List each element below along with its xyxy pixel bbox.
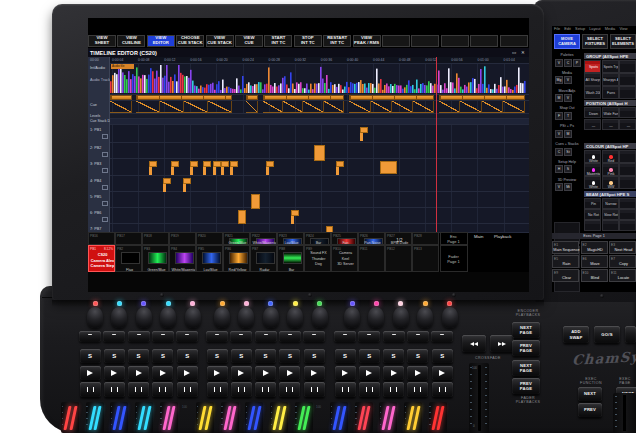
pause-key[interactable] [128, 382, 149, 397]
encoder-knob[interactable] [417, 307, 433, 328]
play-key[interactable] [407, 366, 428, 380]
fader-slot[interactable] [429, 402, 447, 433]
playback-cell[interactable]: PB5Lav/Blue [196, 245, 223, 272]
fader-slot[interactable] [379, 402, 397, 433]
encoder-knob[interactable] [111, 307, 127, 328]
grand-master-fader[interactable] [613, 393, 636, 433]
exec-button[interactable]: E1Main Sequence [552, 241, 579, 254]
encoder-knob[interactable] [287, 307, 303, 328]
side-group-key[interactable]: S [564, 165, 572, 173]
encoder-knob[interactable] [442, 307, 458, 328]
encoder-knob[interactable] [185, 307, 201, 328]
fader-slot[interactable] [404, 402, 422, 433]
s-key[interactable]: S [80, 349, 101, 363]
encoder-soft-key[interactable] [176, 331, 198, 342]
fader-slot[interactable] [86, 402, 104, 433]
toolbar-button[interactable]: RESTART INT TC [323, 35, 351, 47]
palette-cell[interactable]: Spots [584, 60, 601, 73]
timeline-marker[interactable] [230, 161, 238, 175]
play-key[interactable] [359, 366, 380, 380]
palette-cell[interactable] [619, 198, 636, 209]
s-key[interactable]: S [407, 349, 428, 363]
playback-cell[interactable]: PB12 [385, 245, 412, 272]
encoder-soft-key[interactable] [303, 331, 325, 342]
side-group-key[interactable]: V [555, 59, 563, 67]
pause-key[interactable] [359, 382, 380, 397]
exec-button[interactable]: E10Blind [581, 269, 608, 282]
playback-cell[interactable]: PB16 [88, 232, 115, 245]
side-group-key[interactable]: M [555, 94, 563, 102]
side-group-key[interactable]: T [564, 112, 572, 120]
toolbar-button[interactable] [382, 35, 410, 47]
exec-button[interactable]: E2MagicHD [581, 241, 608, 254]
encoder-soft-key[interactable] [128, 331, 150, 342]
palette-cell[interactable] [619, 163, 636, 176]
encoder-knob[interactable] [263, 307, 279, 328]
exec-function-next-button[interactable]: NEXT [578, 387, 602, 401]
palette-cell[interactable] [602, 220, 619, 231]
playback-cell[interactable]: PB18.12%CS20Camera AlexCamera Step [88, 245, 115, 272]
toolbar-button[interactable]: VIEW SHEET [88, 35, 116, 47]
encoder-soft-key[interactable] [255, 331, 277, 342]
track-expand-icon[interactable] [102, 201, 108, 206]
playback-cell[interactable]: PB7Radar [250, 245, 277, 272]
side-group-key[interactable]: V [555, 130, 563, 138]
playback-cell[interactable]: PB2Flag [115, 245, 142, 272]
add-swap-button[interactable]: ADD SWAP [563, 326, 589, 343]
palette-cell[interactable]: — [602, 119, 619, 130]
exec-function-prev-button[interactable]: PREV [578, 403, 602, 417]
timeline-marker[interactable] [251, 194, 260, 209]
palette-cell[interactable] [619, 86, 636, 99]
pause-key[interactable] [104, 382, 125, 397]
encoder-knob[interactable] [160, 307, 176, 328]
encoder-soft-key[interactable] [230, 331, 252, 342]
s-key[interactable]: S [255, 349, 276, 363]
play-key[interactable] [383, 366, 404, 380]
playback-cell[interactable]: PB23Lav/Blue [277, 232, 304, 245]
play-key[interactable] [231, 366, 252, 380]
timeline-marker[interactable] [213, 161, 221, 175]
go-s-button[interactable]: GO/S [594, 326, 620, 343]
cue-segment[interactable] [263, 95, 345, 101]
playback-cell[interactable]: PB9Sound FXThunderDog [304, 245, 331, 272]
palette-cell[interactable] [619, 209, 636, 220]
toolbar-button[interactable]: VIEW PEAK / RMS [353, 35, 381, 47]
fader-slot[interactable] [196, 402, 214, 433]
playhead[interactable] [436, 57, 437, 232]
s-key[interactable]: S [128, 349, 149, 363]
palette-cell[interactable] [619, 73, 636, 86]
palette-cell[interactable]: Wash 200 [584, 86, 601, 99]
palette-cell[interactable]: Narrow [602, 198, 619, 209]
palette-cell[interactable]: Wide Fan [602, 107, 619, 118]
playback-cell[interactable]: PB11 [358, 245, 385, 272]
palette-cell[interactable]: Pink [602, 163, 619, 176]
encoder-prev-page-button[interactable]: PREV PAGE [512, 340, 540, 356]
palette-cell[interactable]: Red [602, 150, 619, 163]
encoder-soft-key[interactable] [407, 331, 429, 342]
palette-cell[interactable]: White [584, 176, 601, 189]
playback-cell[interactable]: PB17 [115, 232, 142, 245]
palette-cell[interactable]: Magenta [584, 163, 601, 176]
page-cell[interactable]: Enc Page 1 [440, 232, 468, 245]
timeline-marker[interactable] [171, 161, 179, 175]
track-expand-icon[interactable] [102, 152, 108, 157]
encoder-soft-key[interactable] [334, 331, 356, 342]
fader-slot[interactable] [245, 402, 263, 433]
pause-key[interactable] [207, 382, 228, 397]
view-mode-button[interactable]: MOVE CAMERA [554, 34, 580, 49]
toolbar-button[interactable]: VIEW CUELINE [117, 35, 145, 47]
timeline-marker[interactable] [360, 127, 368, 141]
toolbar-button[interactable]: VIEW CUE STACK [206, 35, 234, 47]
play-key[interactable] [207, 366, 228, 380]
side-group-key[interactable]: Mg [555, 76, 563, 84]
fader-slot[interactable] [355, 402, 373, 433]
encoder-soft-key[interactable] [279, 331, 301, 342]
cue-segment[interactable] [246, 95, 258, 101]
encoder-soft-key[interactable] [358, 331, 380, 342]
cue-segment[interactable] [110, 95, 132, 101]
encoder-knob[interactable] [87, 307, 103, 328]
palette-cell[interactable] [619, 150, 636, 163]
palette-cell[interactable]: All Sharpy [584, 73, 601, 86]
fader-slot[interactable] [135, 402, 153, 433]
palette-cell[interactable]: Sharpys A [602, 73, 619, 86]
